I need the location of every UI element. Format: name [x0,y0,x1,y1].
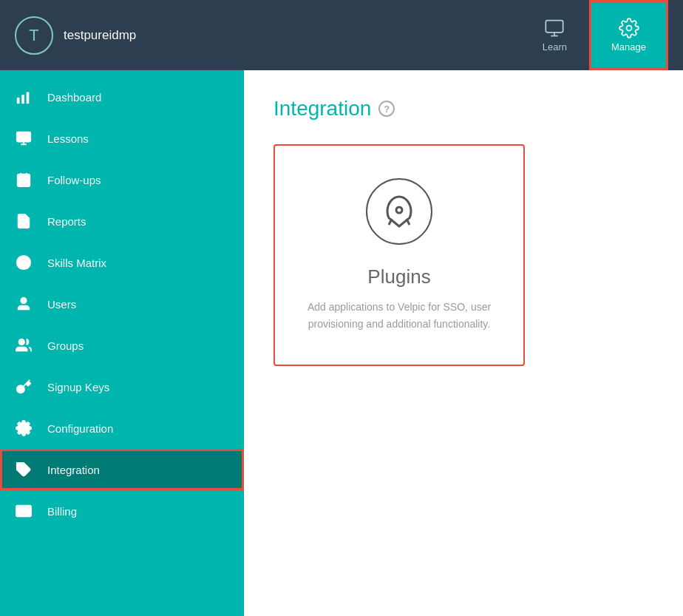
sidebar-item-follow-ups[interactable]: Follow-ups [0,159,244,200]
document-icon [13,211,34,231]
sidebar-item-skills-matrix[interactable]: Skills Matrix [0,242,244,283]
sidebar-item-groups[interactable]: Groups [0,325,244,366]
svg-rect-6 [27,92,30,104]
plugin-card-description: Add applications to Velpic for SSO, user… [297,299,501,332]
help-icon[interactable]: ? [378,101,395,117]
sidebar-item-reports[interactable]: Reports [0,200,244,242]
users-icon [13,335,34,356]
sidebar: Dashboard Lessons Follow-ups Reports [0,70,244,616]
plugin-card-title: Plugins [367,265,430,288]
svg-point-23 [396,207,402,213]
lessons-monitor-icon [13,128,34,149]
svg-rect-7 [17,132,30,142]
rocket-icon [366,178,432,245]
cards-grid: Plugins Add applications to Velpic for S… [273,144,653,366]
page-title: Integration [273,97,371,121]
svg-rect-0 [546,21,563,33]
gear-icon [619,18,639,38]
tab-manage[interactable]: Manage [589,0,668,70]
sidebar-item-users[interactable]: Users [0,283,244,325]
svg-point-18 [19,339,24,345]
svg-point-17 [21,298,26,303]
sidebar-item-lessons[interactable]: Lessons [0,118,244,159]
sidebar-item-dashboard[interactable]: Dashboard [0,76,244,118]
puzzle-icon [13,459,34,480]
svg-rect-21 [16,506,31,517]
username-label: testpureidmp [64,28,520,43]
calendar-icon [13,169,34,190]
top-nav: T testpureidmp Learn Manage [0,0,683,70]
main-layout: Dashboard Lessons Follow-ups Reports [0,70,683,616]
monitor-icon [544,18,565,38]
svg-rect-5 [21,95,24,104]
svg-rect-10 [18,175,30,187]
sidebar-item-billing[interactable]: Billing [0,490,244,532]
sidebar-item-integration[interactable]: Integration [0,449,244,490]
card-icon [13,501,34,521]
svg-point-3 [626,26,631,31]
sidebar-item-configuration[interactable]: Configuration [0,407,244,449]
user-icon [13,294,34,314]
page-title-row: Integration ? [273,97,653,121]
key-icon [13,376,34,397]
nav-tabs: Learn Manage [520,0,668,70]
plugins-card[interactable]: Plugins Add applications to Velpic for S… [273,144,525,366]
sidebar-item-signup-keys[interactable]: Signup Keys [0,366,244,407]
tab-learn[interactable]: Learn [520,0,589,70]
config-gear-icon [13,418,34,439]
check-circle-icon [13,252,34,273]
svg-rect-4 [17,98,20,104]
bar-chart-icon [13,87,34,107]
content-area: Integration ? Plugins Add applications t… [244,70,683,616]
avatar: T [15,16,53,55]
